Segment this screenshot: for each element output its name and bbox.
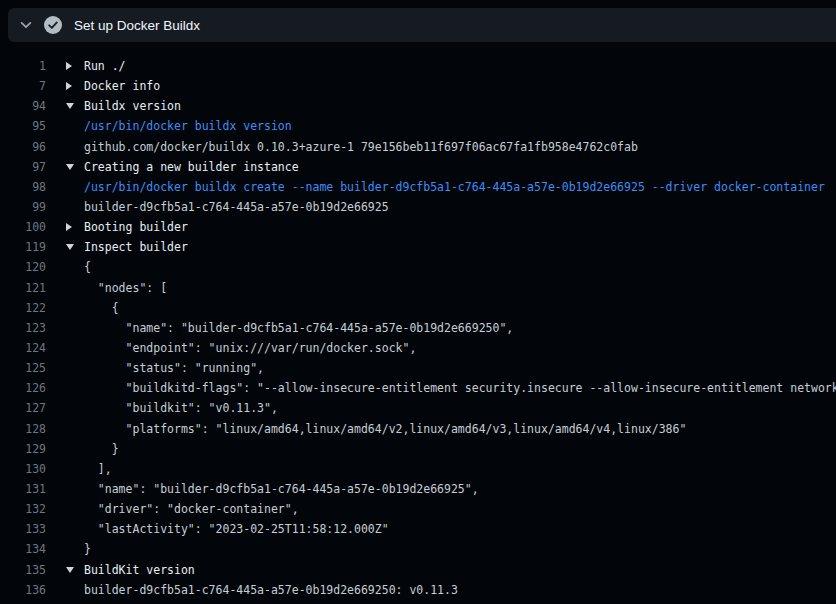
line-number[interactable]: 120 [0, 260, 46, 274]
log-line-row: 96github.com/docker/buildx 0.10.3+azure-… [0, 137, 836, 157]
log-line-row: 122 { [0, 298, 836, 318]
log-line-row: 134} [0, 539, 836, 559]
group-title: Buildx version [84, 99, 181, 113]
output-text: "platforms": "linux/amd64,linux/amd64/v2… [84, 422, 686, 436]
log-line-row: 133 "lastActivity": "2023-02-25T11:58:12… [0, 519, 836, 539]
output-text: "driver": "docker-container", [84, 502, 299, 516]
group-collapsed-icon[interactable] [66, 223, 72, 231]
line-number[interactable]: 99 [0, 200, 46, 214]
arrow-slot [66, 103, 84, 109]
log-line-row: 120{ [0, 257, 836, 277]
line-number[interactable]: 119 [0, 240, 46, 254]
group-expanded-icon[interactable] [66, 244, 74, 250]
line-number[interactable]: 121 [0, 281, 46, 295]
log-group-row[interactable]: 135BuildKit version [0, 560, 836, 580]
output-text: ], [84, 462, 112, 476]
line-number[interactable]: 122 [0, 301, 46, 315]
group-title: Inspect builder [84, 240, 188, 254]
line-number[interactable]: 96 [0, 140, 46, 154]
output-text: "name": "builder-d9cfb5a1-c764-445a-a57e… [84, 482, 479, 496]
group-collapsed-icon[interactable] [66, 82, 72, 90]
log-group-row[interactable]: 100Booting builder [0, 217, 836, 237]
line-number[interactable]: 135 [0, 563, 46, 577]
output-text: } [84, 442, 119, 456]
log-line-row: 130 ], [0, 459, 836, 479]
output-text: { [84, 301, 119, 315]
line-number[interactable]: 126 [0, 381, 46, 395]
group-title: Run ./ [84, 59, 126, 73]
line-number[interactable]: 98 [0, 180, 46, 194]
line-number[interactable]: 133 [0, 522, 46, 536]
output-text: } [84, 542, 91, 556]
group-expanded-icon[interactable] [66, 164, 74, 170]
arrow-slot [66, 62, 84, 70]
log-line-row: 131 "name": "builder-d9cfb5a1-c764-445a-… [0, 479, 836, 499]
output-text: "endpoint": "unix:///var/run/docker.sock… [84, 341, 416, 355]
log-line-row: 124 "endpoint": "unix:///var/run/docker.… [0, 338, 836, 358]
group-title: Booting builder [84, 220, 188, 234]
group-title: Docker info [84, 79, 160, 93]
line-number[interactable]: 125 [0, 361, 46, 375]
log-line-row: 123 "name": "builder-d9cfb5a1-c764-445a-… [0, 318, 836, 338]
chevron-down-icon[interactable] [15, 18, 37, 32]
group-collapsed-icon[interactable] [66, 62, 72, 70]
log-group-row[interactable]: 97Creating a new builder instance [0, 157, 836, 177]
log-line-row: 128 "platforms": "linux/amd64,linux/amd6… [0, 419, 836, 439]
line-number[interactable]: 123 [0, 321, 46, 335]
output-text: builder-d9cfb5a1-c764-445a-a57e-0b19d2e6… [84, 583, 458, 597]
step-title: Set up Docker Buildx [74, 18, 200, 33]
line-number[interactable]: 136 [0, 583, 46, 597]
output-text: builder-d9cfb5a1-c764-445a-a57e-0b19d2e6… [84, 200, 389, 214]
arrow-slot [66, 223, 84, 231]
log-group-row[interactable]: 1Run ./ [0, 56, 836, 76]
line-number[interactable]: 130 [0, 462, 46, 476]
line-number[interactable]: 128 [0, 422, 46, 436]
log-line-row: 98/usr/bin/docker buildx create --name b… [0, 177, 836, 197]
line-number[interactable]: 95 [0, 119, 46, 133]
log-line-row: 136builder-d9cfb5a1-c764-445a-a57e-0b19d… [0, 580, 836, 600]
output-text: github.com/docker/buildx 0.10.3+azure-1 … [84, 140, 638, 154]
log-group-row[interactable]: 94Buildx version [0, 96, 836, 116]
output-text: "nodes": [ [84, 281, 167, 295]
log-line-row: 95/usr/bin/docker buildx version [0, 116, 836, 136]
output-text: { [84, 260, 91, 274]
line-number[interactable]: 97 [0, 160, 46, 174]
line-number[interactable]: 129 [0, 442, 46, 456]
check-circle-icon [44, 16, 62, 34]
log-group-row[interactable]: 7Docker info [0, 76, 836, 96]
line-number[interactable]: 132 [0, 502, 46, 516]
log-group-row[interactable]: 119Inspect builder [0, 237, 836, 257]
group-expanded-icon[interactable] [66, 567, 74, 573]
log-line-row: 126 "buildkitd-flags": "--allow-insecure… [0, 378, 836, 398]
group-title: Creating a new builder instance [84, 160, 299, 174]
step-header[interactable]: Set up Docker Buildx [8, 8, 836, 42]
output-text: "status": "running", [84, 361, 264, 375]
group-expanded-icon[interactable] [66, 103, 74, 109]
log-line-row: 125 "status": "running", [0, 358, 836, 378]
log-line-row: 127 "buildkit": "v0.11.3", [0, 398, 836, 418]
arrow-slot [66, 244, 84, 250]
log-line-row: 132 "driver": "docker-container", [0, 499, 836, 519]
line-number[interactable]: 124 [0, 341, 46, 355]
log-line-row: 121 "nodes": [ [0, 278, 836, 298]
line-number[interactable]: 1 [0, 59, 46, 73]
line-number[interactable]: 100 [0, 220, 46, 234]
command-text: /usr/bin/docker buildx version [84, 119, 292, 133]
arrow-slot [66, 567, 84, 573]
arrow-slot [66, 164, 84, 170]
output-text: "buildkitd-flags": "--allow-insecure-ent… [84, 381, 836, 395]
output-text: "lastActivity": "2023-02-25T11:58:12.000… [84, 522, 389, 536]
log-container: 1Run ./7Docker info94Buildx version95/us… [0, 42, 836, 604]
command-text: /usr/bin/docker buildx create --name bui… [84, 180, 825, 194]
log-line-row: 99builder-d9cfb5a1-c764-445a-a57e-0b19d2… [0, 197, 836, 217]
line-number[interactable]: 134 [0, 542, 46, 556]
group-title: BuildKit version [84, 563, 195, 577]
output-text: "buildkit": "v0.11.3", [84, 401, 278, 415]
log-line-row: 129 } [0, 439, 836, 459]
line-number[interactable]: 127 [0, 401, 46, 415]
output-text: "name": "builder-d9cfb5a1-c764-445a-a57e… [84, 321, 513, 335]
line-number[interactable]: 7 [0, 79, 46, 93]
line-number[interactable]: 131 [0, 482, 46, 496]
arrow-slot [66, 82, 84, 90]
line-number[interactable]: 94 [0, 99, 46, 113]
